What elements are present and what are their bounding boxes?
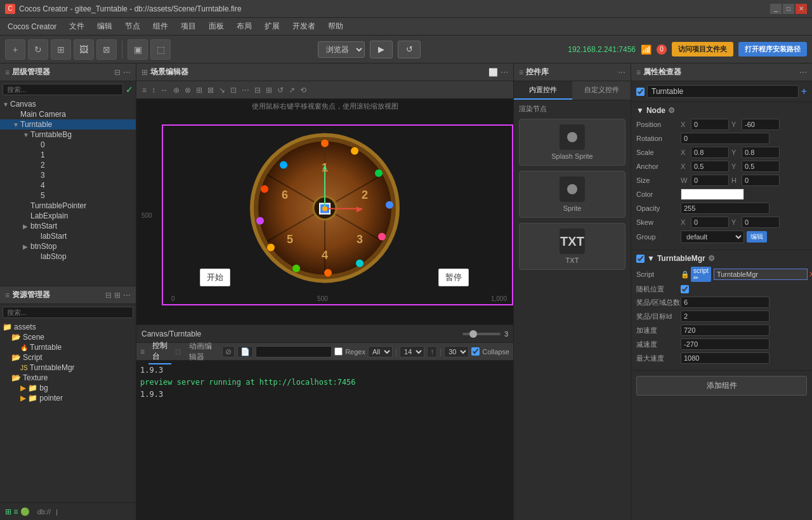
scene-tool-15[interactable]: ⟲ (298, 84, 308, 96)
menu-panel[interactable]: 面板 (206, 20, 226, 33)
node-gear[interactable]: ⚙ (668, 106, 675, 115)
skew-x-input[interactable] (691, 217, 729, 228)
menu-cocos[interactable]: Cocos Creator (5, 21, 59, 32)
tree-item-turntablebg[interactable]: ▼ TurntableBg (0, 130, 136, 140)
refresh-btn[interactable]: ↺ (398, 41, 421, 58)
assets-item-bg-folder[interactable]: ▶ 📁 bg (0, 383, 136, 393)
scene-tool-9[interactable]: ⊡ (228, 84, 239, 96)
comp-lib-action[interactable]: ⋯ (618, 68, 625, 77)
acceleration-input[interactable] (681, 324, 769, 336)
size-h-input[interactable] (742, 175, 780, 186)
anchor-y-input[interactable] (742, 161, 780, 172)
add-component-full-btn[interactable]: 添加组件 (636, 376, 807, 396)
console-tab-animation[interactable]: 动画编辑器 (185, 340, 218, 364)
menu-dev[interactable]: 开发者 (290, 20, 318, 33)
node-name-input[interactable] (647, 85, 799, 98)
scene-tool-7[interactable]: ⊠ (206, 84, 216, 96)
group-select[interactable]: default (681, 230, 744, 243)
hierarchy-search-input[interactable] (3, 84, 123, 95)
target-id-input[interactable] (681, 310, 769, 322)
maximize-btn[interactable]: □ (783, 4, 794, 14)
node-active-check[interactable] (636, 88, 645, 96)
assets-item-scene-folder[interactable]: 📂 Scene (0, 332, 136, 342)
turntable-mgr-gear[interactable]: ⚙ (708, 254, 715, 263)
color-picker[interactable] (681, 189, 744, 200)
tree-item-1[interactable]: 1 (0, 150, 136, 160)
scale-y-input[interactable] (742, 147, 780, 158)
rotation-input[interactable] (681, 133, 769, 144)
assets-item-script-folder[interactable]: 📂 Script (0, 352, 136, 363)
tree-item-0[interactable]: 0 (0, 140, 136, 150)
scene-tool-8[interactable]: ↘ (217, 84, 227, 96)
scale-x-input[interactable] (691, 147, 729, 158)
scene-tool-3[interactable]: ↔ (159, 84, 170, 96)
tree-item-4[interactable]: 4 (0, 180, 136, 190)
position-x-input[interactable] (691, 119, 729, 130)
menu-component[interactable]: 组件 (150, 20, 171, 33)
install-path-btn[interactable]: 打开程序安装路径 (738, 42, 807, 57)
menu-node[interactable]: 节点 (122, 20, 143, 33)
scene-tool-10[interactable]: ⋯ (240, 84, 251, 96)
max-speed-input[interactable] (681, 352, 769, 364)
tree-item-labexplain[interactable]: LabExplain (0, 211, 136, 221)
console-filter-input[interactable] (256, 346, 332, 357)
assets-item-assets[interactable]: 📁 assets (0, 322, 136, 332)
script-file-input[interactable] (714, 269, 808, 280)
scene-canvas[interactable]: 使用鼠标右键平移视窗焦点，使用滚轮缩放视图 500 0 500 1,000 (136, 99, 513, 324)
tree-item-labstart[interactable]: labStart (0, 231, 136, 241)
hierarchy-action-2[interactable]: ⋯ (123, 68, 131, 77)
turntable-mgr-toggle[interactable]: ▼ (647, 254, 655, 263)
menu-extend[interactable]: 扩展 (262, 20, 282, 33)
tab-builtin[interactable]: 内置控件 (514, 81, 572, 100)
play-btn[interactable]: ▶ (370, 41, 393, 58)
tree-item-btnstop[interactable]: ▶btnStop (0, 241, 136, 251)
console-link-text[interactable]: preview server running at http://localho… (140, 378, 356, 387)
add-component-btn[interactable]: + (801, 86, 807, 97)
tree-item-pointer[interactable]: TurntablePointer (0, 201, 136, 211)
comp-item-sprite[interactable]: Sprite (519, 171, 625, 218)
assets-item-turntable-fire[interactable]: 🔥 Turntable (0, 342, 136, 352)
tree-item-3[interactable]: 3 (0, 170, 136, 180)
scene-tool-14[interactable]: ↗ (287, 84, 297, 96)
prize-count-input[interactable] (681, 297, 769, 308)
console-fontsize-select[interactable]: 14 (400, 346, 424, 357)
assets-search-input[interactable] (3, 307, 133, 318)
comp-item-splash-sprite[interactable]: Splash Sprite (519, 119, 625, 166)
console-regex-check[interactable] (334, 347, 343, 356)
toolbar-grid-btn[interactable]: ⊞ (51, 39, 71, 60)
toolbar-img-btn[interactable]: 🖼 (74, 39, 94, 60)
turntable-mgr-check[interactable] (636, 255, 645, 263)
toolbar-refresh-btn[interactable]: ↻ (28, 39, 48, 60)
script-clear-btn[interactable]: ✕ (809, 270, 812, 279)
assets-action-3[interactable]: ⋯ (123, 291, 131, 300)
skew-y-input[interactable] (742, 217, 780, 228)
scene-tool-5[interactable]: ⊗ (183, 84, 193, 96)
btn-zanting-canvas[interactable]: 暂停 (438, 269, 469, 286)
scene-tool-13[interactable]: ↺ (275, 84, 285, 96)
group-edit-btn[interactable]: 编辑 (747, 231, 767, 243)
menu-help[interactable]: 帮助 (325, 20, 346, 33)
access-project-btn[interactable]: 访问项目文件夹 (672, 42, 733, 57)
assets-item-pointer-folder[interactable]: ▶ 📁 pointer (0, 393, 136, 403)
menu-project[interactable]: 项目 (178, 20, 199, 33)
menu-layout[interactable]: 布局 (234, 20, 254, 33)
scene-editor-action-2[interactable]: ⋯ (501, 68, 508, 77)
tree-item-canvas[interactable]: ▼ Canvas (0, 99, 136, 109)
props-action[interactable]: ⋯ (799, 68, 807, 77)
console-clear-btn[interactable]: ⊘ (222, 346, 235, 357)
assets-item-texture-folder[interactable]: 📂 Texture (0, 373, 136, 383)
size-w-input[interactable] (691, 175, 729, 186)
tree-item-labstop[interactable]: labStop (0, 251, 136, 262)
scene-tool-4[interactable]: ⊕ (171, 84, 181, 96)
close-btn[interactable]: ✕ (796, 4, 807, 14)
menu-edit[interactable]: 编辑 (95, 20, 115, 33)
toolbar-add-btn[interactable]: + (5, 39, 25, 60)
comp-item-txt[interactable]: TXT TXT (519, 223, 625, 270)
scene-tool-12[interactable]: ⊞ (264, 84, 274, 96)
browser-select[interactable]: 浏览器 (318, 41, 365, 58)
scene-tool-11[interactable]: ⊟ (252, 84, 263, 96)
console-up-btn[interactable]: ↑ (427, 346, 437, 357)
node-toggle[interactable]: ▼ (636, 106, 644, 115)
tree-item-turntable[interactable]: ▼ Turntable (0, 119, 136, 130)
tree-item-2[interactable]: 2 (0, 160, 136, 170)
